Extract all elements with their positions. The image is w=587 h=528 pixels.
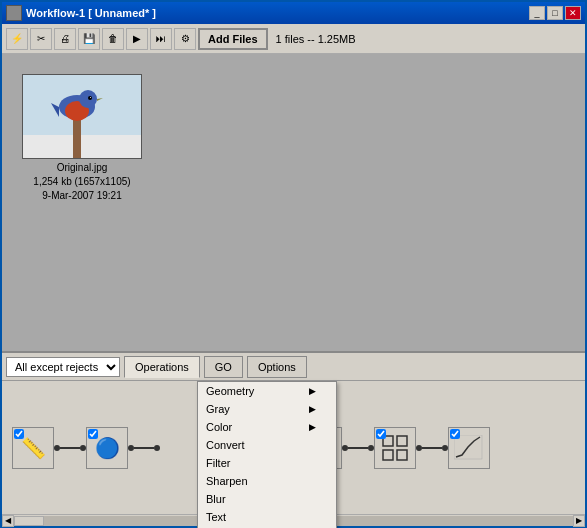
connector-3	[342, 445, 374, 451]
scroll-thumb[interactable]	[14, 516, 44, 526]
line-1	[60, 447, 80, 449]
menu-label-gray: Gray	[206, 403, 230, 415]
menu-label-blur: Blur	[206, 493, 226, 505]
svg-point-5	[79, 90, 97, 108]
image-date: 9-Mar-2007 19:21	[22, 189, 142, 203]
workflow-node-1: 📏	[12, 427, 54, 469]
image-box[interactable]	[22, 74, 142, 159]
menu-item-color[interactable]: Color ▶	[198, 418, 336, 436]
toolbar-btn-2[interactable]: ✂	[30, 28, 52, 50]
controls-bar: All except rejects Operations GO Options	[2, 353, 585, 381]
workflow-node-5	[448, 427, 490, 469]
main-area: Original.jpg 1,254 kb (1657x1105) 9-Mar-…	[2, 54, 585, 351]
bird-svg	[23, 75, 142, 159]
connector-2	[128, 445, 160, 451]
svg-point-9	[90, 97, 91, 98]
node-checkbox-5[interactable]	[450, 429, 460, 439]
svg-rect-16	[383, 450, 393, 460]
menu-arrow-geometry: ▶	[309, 386, 316, 396]
node-checkbox-2[interactable]	[88, 429, 98, 439]
scroll-left-button[interactable]: ◀	[2, 515, 14, 527]
menu-label-filter: Filter	[206, 457, 230, 469]
main-window: Workflow-1 [ Unnamed* ] _ □ ✕ ⚡ ✂ 🖨 💾 🗑 …	[0, 0, 587, 528]
image-filename: Original.jpg	[22, 161, 142, 175]
connector-1	[54, 445, 86, 451]
bottom-section: All except rejects Operations GO Options…	[2, 351, 585, 526]
line-2	[134, 447, 154, 449]
window-title: Workflow-1 [ Unnamed* ]	[26, 7, 529, 19]
tab-go[interactable]: GO	[204, 356, 243, 378]
toolbar-btn-4[interactable]: 💾	[78, 28, 100, 50]
workflow-node-2: 🔵	[86, 427, 128, 469]
maximize-button[interactable]: □	[547, 6, 563, 20]
menu-item-filter[interactable]: Filter	[198, 454, 336, 472]
close-button[interactable]: ✕	[565, 6, 581, 20]
workflow-node-4	[374, 427, 416, 469]
menu-label-color: Color	[206, 421, 232, 433]
image-thumbnail: Original.jpg 1,254 kb (1657x1105) 9-Mar-…	[22, 74, 142, 203]
window-controls: _ □ ✕	[529, 6, 581, 20]
toolbar-btn-1[interactable]: ⚡	[6, 28, 28, 50]
lens-icon: 🔵	[95, 436, 120, 460]
minimize-button[interactable]: _	[529, 6, 545, 20]
toolbar-btn-7[interactable]: ⏭	[150, 28, 172, 50]
menu-arrow-gray: ▶	[309, 404, 316, 414]
menu-arrow-color: ▶	[309, 422, 316, 432]
node-box-2[interactable]: 🔵	[86, 427, 128, 469]
toolbar-btn-5[interactable]: 🗑	[102, 28, 124, 50]
line-3	[348, 447, 368, 449]
svg-point-8	[88, 96, 92, 100]
ruler-icon: 📏	[21, 436, 46, 460]
node-checkbox-4[interactable]	[376, 429, 386, 439]
toolbar-btn-6[interactable]: ▶	[126, 28, 148, 50]
dot-4	[154, 445, 160, 451]
line-4	[422, 447, 442, 449]
menu-label-sharpen: Sharpen	[206, 475, 248, 487]
node-box-5[interactable]	[448, 427, 490, 469]
toolbar-btn-3[interactable]: 🖨	[54, 28, 76, 50]
node-box-4[interactable]	[374, 427, 416, 469]
window-icon	[6, 5, 22, 21]
context-menu: Geometry ▶ Gray ▶ Color ▶ Convert Filter…	[197, 381, 337, 528]
tab-operations[interactable]: Operations	[124, 356, 200, 378]
title-bar: Workflow-1 [ Unnamed* ] _ □ ✕	[2, 2, 585, 24]
scroll-right-button[interactable]: ▶	[573, 515, 585, 527]
toolbar: ⚡ ✂ 🖨 💾 🗑 ▶ ⏭ ⚙ Add Files 1 files -- 1.2…	[2, 24, 585, 54]
svg-rect-1	[23, 135, 142, 159]
toolbar-btn-8[interactable]: ⚙	[174, 28, 196, 50]
menu-item-text[interactable]: Text	[198, 508, 336, 526]
filter-dropdown[interactable]: All except rejects	[6, 357, 120, 377]
menu-item-gray[interactable]: Gray ▶	[198, 400, 336, 418]
image-size: 1,254 kb (1657x1105)	[22, 175, 142, 189]
menu-item-blur[interactable]: Blur	[198, 490, 336, 508]
bird-image	[23, 75, 141, 158]
menu-label-convert: Convert	[206, 439, 245, 451]
menu-item-geometry[interactable]: Geometry ▶	[198, 382, 336, 400]
image-caption: Original.jpg 1,254 kb (1657x1105) 9-Mar-…	[22, 161, 142, 203]
menu-label-geometry: Geometry	[206, 385, 254, 397]
connector-4	[416, 445, 448, 451]
node-box-1[interactable]: 📏	[12, 427, 54, 469]
file-info: 1 files -- 1.25MB	[276, 33, 356, 45]
svg-rect-15	[397, 436, 407, 446]
menu-item-sharpen[interactable]: Sharpen	[198, 472, 336, 490]
menu-label-text: Text	[206, 511, 226, 523]
node-checkbox-1[interactable]	[14, 429, 24, 439]
tab-options[interactable]: Options	[247, 356, 307, 378]
add-files-button[interactable]: Add Files	[198, 28, 268, 50]
svg-rect-17	[397, 450, 407, 460]
menu-item-convert[interactable]: Convert	[198, 436, 336, 454]
